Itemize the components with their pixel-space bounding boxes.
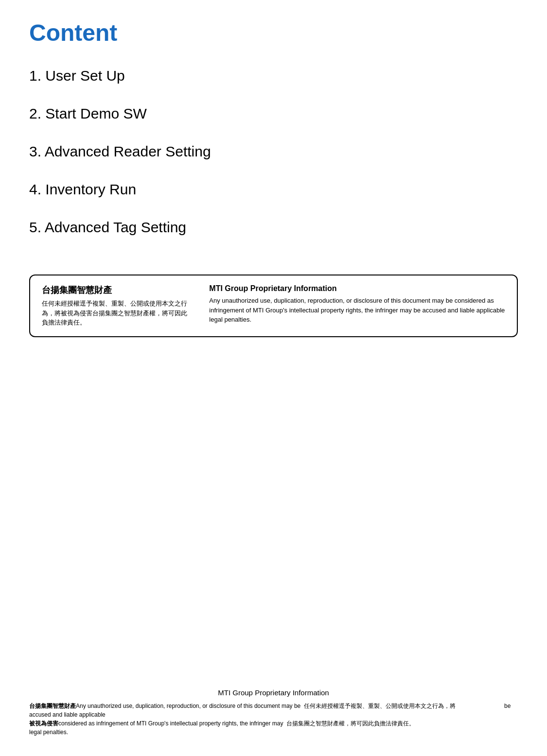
proprietary-body-en: Any unauthorized use, duplication, repro… — [209, 296, 505, 325]
footer-title: MTI Group Proprietary Information — [29, 687, 518, 699]
proprietary-left: 台揚集團智慧財產 任何未經授權逕予複製、重製、公開或使用本文之行為，將被視為侵害… — [42, 284, 190, 327]
proprietary-title-cn: 台揚集團智慧財產 — [42, 284, 190, 296]
proprietary-right: MTI Group Proprietary Information Any un… — [209, 284, 505, 327]
footer-cn-bold: 台揚集團智慧財產 — [29, 703, 76, 709]
proprietary-info-box: 台揚集團智慧財產 任何未經授權逕予複製、重製、公開或使用本文之行為，將被視為侵害… — [29, 275, 518, 337]
toc-item-5: 5. Advanced Tag Setting — [29, 217, 518, 238]
proprietary-title-en: MTI Group Proprietary Information — [209, 284, 505, 293]
footer-body: 台揚集團智慧財產Any unauthorized use, duplicatio… — [29, 702, 518, 737]
footer-cn-bold-2: 被視為侵害 — [29, 720, 58, 727]
footer: MTI Group Proprietary Information 台揚集團智慧… — [29, 677, 518, 737]
proprietary-body-cn: 任何未經授權逕予複製、重製、公開或使用本文之行為，將被視為侵害台揚集團之智慧財產… — [42, 299, 190, 327]
toc-item-3: 3. Advanced Reader Setting — [29, 141, 518, 162]
page-title: Content — [29, 19, 518, 46]
toc-item-1: 1. User Set Up — [29, 66, 518, 86]
table-of-contents: 1. User Set Up 2. Start Demo SW 3. Advan… — [29, 66, 518, 255]
toc-item-2: 2. Start Demo SW — [29, 103, 518, 124]
toc-item-4: 4. Inventory Run — [29, 179, 518, 200]
